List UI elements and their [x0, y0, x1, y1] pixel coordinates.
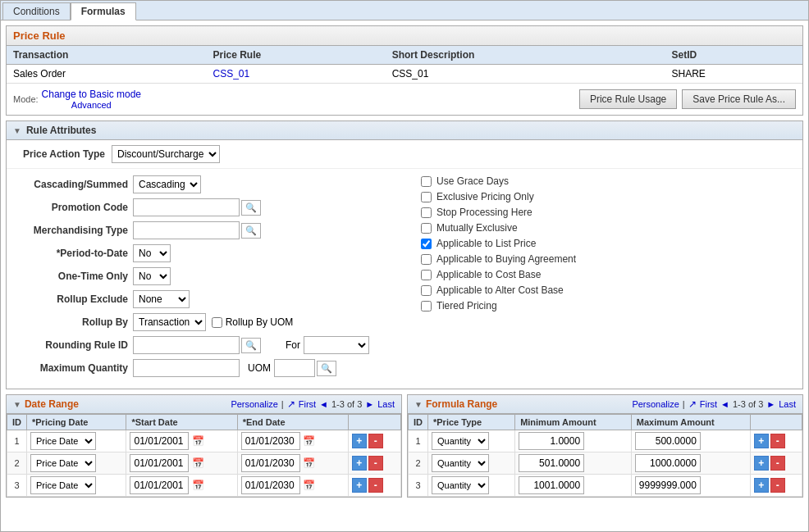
rollup-by-select[interactable]: Transaction Order Line — [133, 313, 206, 331]
dr-end-date-input-1[interactable] — [241, 454, 300, 472]
price-action-type-select[interactable]: Discount/Surcharge Price Override Adjust… — [112, 145, 220, 163]
dr-add-btn-1[interactable]: + — [352, 456, 367, 471]
period-to-date-select[interactable]: No Yes — [133, 244, 171, 262]
max-quantity-input[interactable] — [133, 359, 240, 377]
col-price-rule: Price Rule — [206, 46, 385, 65]
fr-price-type-select-1[interactable]: QuantityAmountWeight — [432, 454, 489, 472]
applicable-buying-checkbox[interactable] — [421, 254, 432, 265]
date-range-export-icon[interactable]: ↗ — [287, 398, 295, 410]
fr-max-amount-input-0[interactable] — [635, 432, 701, 450]
dr-start-date-cal-2[interactable]: 📅 — [192, 480, 204, 491]
mutually-exclusive-checkbox[interactable] — [421, 223, 432, 234]
dr-end-date-input-2[interactable] — [241, 476, 300, 494]
one-time-only-row: One-Time Only No Yes — [13, 267, 388, 285]
fr-min-amount-input-1[interactable] — [519, 454, 584, 472]
formula-range-first[interactable]: First — [700, 399, 717, 409]
date-range-last[interactable]: Last — [377, 399, 395, 409]
tab-conditions[interactable]: Conditions — [2, 2, 71, 20]
dr-end-date-cell: 📅 — [237, 475, 348, 497]
dr-start-date-input-2[interactable] — [130, 476, 189, 494]
fr-add-btn-1[interactable]: + — [754, 456, 769, 471]
fr-price-type-cell: QuantityAmountWeight — [428, 475, 515, 497]
for-select[interactable] — [304, 336, 369, 354]
dr-del-btn-1[interactable]: - — [368, 456, 383, 471]
fr-max-amount-input-1[interactable] — [635, 454, 701, 472]
cascading-summed-select[interactable]: Cascading Summed — [133, 175, 201, 193]
applicable-list-price-label: Applicable to List Price — [436, 238, 536, 249]
use-grace-days-checkbox[interactable] — [421, 176, 432, 187]
promotion-code-input[interactable] — [133, 198, 240, 216]
dr-pricing-date-select-2[interactable]: Price DateOrder DateSchedule Date — [30, 476, 96, 494]
formula-range-nav-prev[interactable]: ◄ — [720, 399, 729, 409]
one-time-only-select[interactable]: No Yes — [133, 267, 171, 285]
exclusive-pricing-checkbox[interactable] — [421, 192, 432, 202]
dr-pricing-date-select-1[interactable]: Price DateOrder DateSchedule Date — [30, 454, 96, 472]
price-rule-value[interactable]: CSS_01 — [206, 65, 385, 84]
change-mode-link[interactable]: Change to Basic mode — [42, 89, 141, 100]
formula-range-title: Formula Range — [426, 398, 497, 410]
stop-processing-checkbox[interactable] — [421, 207, 432, 218]
price-rule-usage-btn[interactable]: Price Rule Usage — [579, 89, 677, 109]
date-range-nav-prev[interactable]: ◄ — [319, 399, 328, 409]
uom-input[interactable] — [274, 359, 315, 377]
rollup-exclude-select[interactable]: None Exclude — [133, 290, 190, 308]
tiered-pricing-checkbox[interactable] — [421, 301, 432, 311]
rollup-by-uom-checkbox[interactable] — [212, 317, 222, 328]
fr-max-amount-cell — [631, 475, 750, 497]
formula-range-nav-next[interactable]: ► — [766, 399, 775, 409]
fr-min-amount-input-0[interactable] — [519, 432, 584, 450]
mutually-exclusive-label: Mutually Exclusive — [436, 222, 518, 234]
date-range-personalize[interactable]: Personalize — [231, 399, 277, 409]
fr-add-btn-0[interactable]: + — [754, 434, 769, 448]
fr-min-amount-cell — [515, 430, 632, 452]
fr-min-amount-input-2[interactable] — [519, 476, 584, 494]
fr-price-type-select-0[interactable]: QuantityAmountWeight — [432, 432, 489, 450]
fr-price-type-select-2[interactable]: QuantityAmountWeight — [432, 476, 489, 494]
dr-end-date-cal-0[interactable]: 📅 — [303, 435, 315, 447]
dr-start-date-cal-0[interactable]: 📅 — [192, 435, 204, 447]
dr-start-date-input-1[interactable] — [130, 454, 189, 472]
applicable-cost-base-checkbox[interactable] — [421, 270, 432, 280]
dr-col-start-date: *Start Date — [126, 415, 237, 430]
rollup-by-uom-label: Rollup By UOM — [226, 316, 294, 328]
formula-range-export-icon[interactable]: ↗ — [688, 398, 697, 410]
fr-del-btn-2[interactable]: - — [770, 478, 785, 493]
formula-range-last[interactable]: Last — [779, 399, 796, 409]
applicable-alter-cost-checkbox[interactable] — [421, 285, 432, 296]
dr-pricing-date-select-0[interactable]: Price DateOrder DateSchedule Date — [30, 432, 96, 450]
date-range-nav-next[interactable]: ► — [365, 399, 374, 409]
rounding-rule-input[interactable] — [133, 336, 240, 354]
save-price-rule-btn[interactable]: Save Price Rule As... — [682, 89, 796, 109]
merchandising-type-search-btn[interactable]: 🔍 — [241, 223, 261, 239]
date-range-first[interactable]: First — [299, 399, 316, 409]
dr-del-btn-2[interactable]: - — [368, 478, 383, 493]
fr-del-btn-0[interactable]: - — [770, 434, 785, 448]
dr-add-btn-0[interactable]: + — [352, 434, 367, 448]
stop-processing-label: Stop Processing Here — [436, 207, 532, 218]
formula-range-collapse-icon[interactable]: ▼ — [414, 400, 423, 409]
formula-range-personalize[interactable]: Personalize — [632, 399, 679, 409]
dr-start-date-cal-1[interactable]: 📅 — [192, 457, 204, 469]
tab-formulas[interactable]: Formulas — [71, 2, 136, 20]
fr-max-amount-input-2[interactable] — [635, 476, 701, 494]
dr-del-btn-0[interactable]: - — [368, 434, 383, 448]
mode-label: Mode: — [13, 94, 39, 104]
dr-end-date-input-0[interactable] — [241, 432, 300, 450]
promotion-code-search-btn[interactable]: 🔍 — [241, 200, 261, 216]
date-range-collapse-icon[interactable]: ▼ — [13, 400, 21, 409]
rounding-rule-search-btn[interactable]: 🔍 — [241, 338, 261, 353]
applicable-list-price-checkbox[interactable] — [421, 239, 432, 249]
applicable-alter-cost-row: Applicable to Alter Cost Base — [421, 284, 796, 296]
dr-end-date-cal-1[interactable]: 📅 — [303, 457, 315, 469]
collapse-icon[interactable]: ▼ — [13, 126, 21, 135]
exclusive-pricing-row: Exclusive Pricing Only — [421, 191, 796, 202]
uom-search-btn[interactable]: 🔍 — [317, 361, 336, 376]
fr-add-btn-2[interactable]: + — [754, 478, 769, 493]
fr-del-btn-1[interactable]: - — [770, 456, 785, 471]
merchandising-type-input[interactable] — [133, 221, 240, 239]
price-rule-row: Sales Order CSS_01 CSS_01 SHARE — [7, 65, 802, 84]
dr-end-date-cal-2[interactable]: 📅 — [303, 480, 315, 491]
formula-range-row: 3 QuantityAmountWeight + - — [409, 475, 802, 497]
dr-add-btn-2[interactable]: + — [352, 478, 367, 493]
dr-start-date-input-0[interactable] — [130, 432, 189, 450]
